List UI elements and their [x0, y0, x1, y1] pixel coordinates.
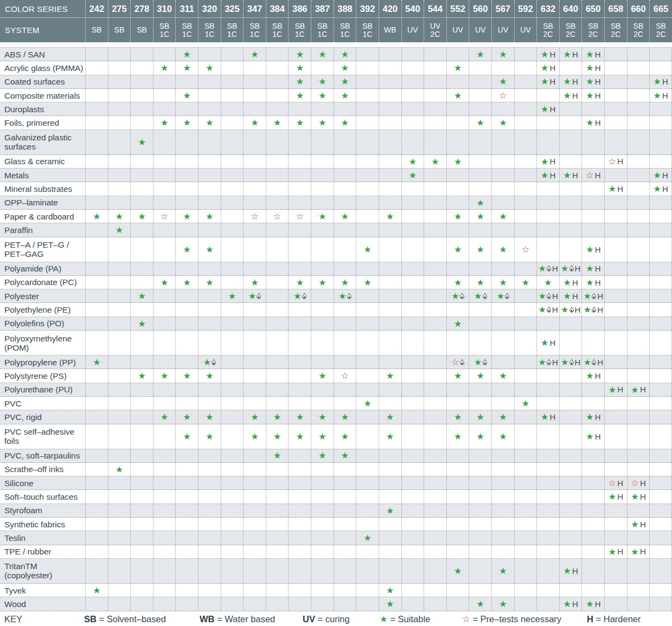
- cell-544: [424, 518, 446, 531]
- system-header-567: UV: [491, 18, 514, 42]
- cell-275: [108, 289, 131, 302]
- cell-660: [627, 424, 650, 449]
- cell-420: ★: [379, 410, 401, 423]
- column-header-632: 632: [536, 0, 559, 17]
- cell-560: [469, 303, 491, 316]
- cell-388: [334, 155, 356, 168]
- cell-311: ★: [175, 410, 198, 423]
- cell-310: [153, 584, 176, 597]
- cell-567: [491, 223, 514, 236]
- system-header-592: UV: [514, 18, 537, 42]
- cell-275: [108, 116, 131, 129]
- suitable-star-icon: ★: [454, 212, 462, 221]
- row-label: PVC, rigid: [0, 410, 85, 423]
- pretest-star-icon: ☆: [631, 479, 639, 488]
- suitable-star-icon: ★: [541, 105, 549, 114]
- cell-388: [334, 559, 356, 583]
- cell-278: [130, 518, 153, 531]
- row-label: Styrofoam: [0, 504, 85, 517]
- cell-540: [401, 369, 424, 382]
- cell-552: [446, 75, 469, 88]
- cell-544: [424, 130, 446, 154]
- cell-388: [334, 545, 356, 558]
- table-row: PVC★★: [0, 397, 672, 410]
- cell-347: ★: [243, 116, 266, 129]
- column-header-658: 658: [604, 0, 627, 17]
- cell-552: [446, 223, 469, 236]
- cell-242: [85, 89, 108, 102]
- cell-325: [221, 545, 244, 558]
- cell-560: [469, 531, 491, 544]
- cell-665: [649, 584, 672, 597]
- cell-347: ★: [243, 276, 266, 289]
- hardener-mark: H: [572, 171, 578, 180]
- cell-392: [356, 597, 379, 610]
- cell-275: [108, 75, 131, 88]
- cell-560: [469, 331, 491, 355]
- hardener-mark: H: [575, 358, 581, 367]
- cell-560: [469, 397, 491, 410]
- cell-278: [130, 331, 153, 355]
- cell-384: [266, 289, 289, 302]
- suitable-star-icon: ★: [499, 50, 507, 59]
- hardener-mark: H: [549, 157, 555, 166]
- hardener-mark: H: [549, 338, 555, 347]
- cell-387: [311, 397, 334, 410]
- cell-650: [581, 518, 604, 531]
- cell-325: [221, 504, 244, 517]
- cell-665: [649, 331, 672, 355]
- cell-347: [243, 196, 266, 209]
- cell-320: ★: [198, 61, 221, 74]
- cell-392: [356, 449, 379, 462]
- cell-311: [175, 317, 198, 330]
- cell-632: [536, 463, 559, 476]
- cell-540: [401, 210, 424, 223]
- suitable-star-icon: ★: [541, 338, 549, 347]
- suitable-star-icon: ★: [318, 278, 327, 287]
- pretest-star-icon: ☆: [341, 371, 349, 380]
- table-row: Polystyrene (PS)★★★★★☆★★★★★H: [0, 369, 672, 383]
- cell-388: [334, 317, 356, 330]
- cell-392: [356, 463, 379, 476]
- cell-311: [175, 463, 198, 476]
- suitable-star-icon: ★: [586, 63, 594, 73]
- cell-632: ★: [536, 276, 559, 289]
- row-label: Glass & ceramic: [0, 155, 85, 168]
- cell-632: ★H: [536, 75, 559, 88]
- cell-640: [559, 584, 582, 597]
- cell-650: ★H: [581, 410, 604, 423]
- cell-632: ★H: [536, 410, 559, 423]
- cell-640: [559, 449, 582, 462]
- system-header-665: SB2C: [649, 18, 672, 42]
- cell-567: [491, 102, 514, 115]
- cell-650: [581, 130, 604, 154]
- suitable-star-icon: ★: [273, 432, 281, 441]
- cell-278: [130, 61, 153, 74]
- cell-665: ★H: [649, 169, 672, 182]
- cell-320: [198, 289, 221, 302]
- cell-347: [243, 476, 266, 489]
- cell-384: [266, 196, 289, 209]
- cell-242: [85, 545, 108, 558]
- cell-384: [266, 262, 289, 275]
- suitable-star-icon: ★: [586, 77, 594, 86]
- cell-275: [108, 369, 131, 382]
- cell-320: [198, 545, 221, 558]
- cell-640: [559, 196, 582, 209]
- flame-icon: [569, 306, 574, 313]
- cell-387: [311, 531, 334, 544]
- suitable-star-icon: ★: [318, 118, 327, 127]
- suitable-star-icon: ★: [296, 412, 304, 422]
- hardener-mark: H: [617, 479, 623, 488]
- cell-387: [311, 490, 334, 503]
- cell-632: [536, 518, 559, 531]
- cell-567: [491, 490, 514, 503]
- cell-325: [221, 116, 244, 129]
- cell-384: [266, 463, 289, 476]
- cell-540: [401, 48, 424, 61]
- cell-242: [85, 531, 108, 544]
- suitable-star-icon: ★: [631, 520, 639, 529]
- suitable-star-icon: ★: [609, 385, 617, 395]
- flame-icon: [504, 293, 510, 300]
- column-header-392: 392: [356, 0, 379, 17]
